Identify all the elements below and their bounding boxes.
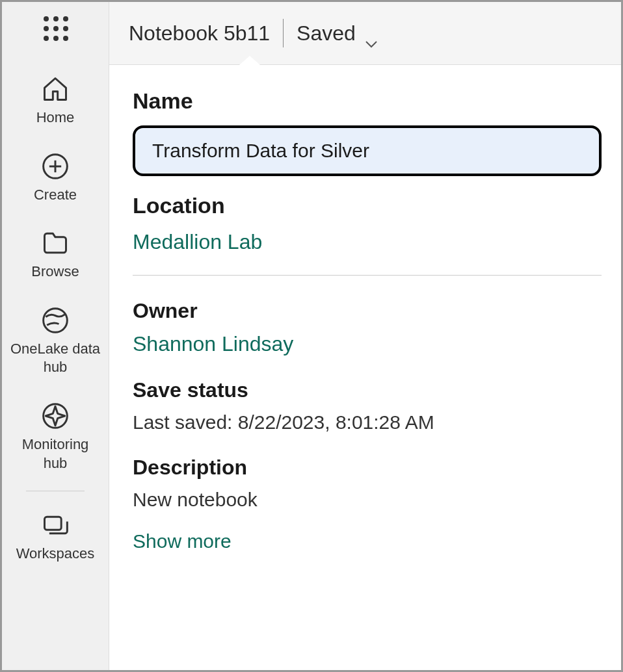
- sidebar-item-label: Create: [34, 186, 77, 205]
- header: Notebook 5b11 Saved: [109, 2, 621, 64]
- svg-marker-5: [46, 406, 64, 425]
- svg-point-3: [44, 308, 68, 332]
- name-input[interactable]: [133, 125, 602, 176]
- details-panel: Name Location Medallion Lab Owner Shanno…: [109, 64, 621, 670]
- monitoring-icon: [40, 400, 71, 432]
- location-link[interactable]: Medallion Lab: [133, 230, 602, 254]
- sidebar-item-label: Workspaces: [16, 545, 95, 563]
- sidebar: Home Create Browse: [2, 2, 109, 670]
- sidebar-item-browse[interactable]: Browse: [2, 227, 109, 281]
- sidebar-item-label: OneLake data hub: [8, 340, 102, 377]
- header-divider: [283, 19, 284, 47]
- main-area: Notebook 5b11 Saved Name Location Medall…: [109, 2, 621, 670]
- home-icon: [40, 73, 71, 105]
- owner-link[interactable]: Shannon Lindsay: [133, 332, 602, 356]
- save-status-field-label: Save status: [133, 378, 602, 402]
- location-field-label: Location: [133, 193, 602, 218]
- sidebar-item-home[interactable]: Home: [2, 73, 109, 127]
- sidebar-item-workspaces[interactable]: Workspaces: [2, 510, 109, 563]
- sidebar-divider: [26, 491, 85, 491]
- saved-status-label: Saved: [297, 21, 356, 45]
- create-icon: [40, 151, 71, 182]
- chevron-down-icon: [365, 29, 378, 37]
- show-more-link[interactable]: Show more: [133, 530, 602, 552]
- sidebar-item-create[interactable]: Create: [2, 151, 109, 205]
- sidebar-item-label: Home: [36, 109, 75, 127]
- name-field-label: Name: [133, 88, 602, 114]
- sidebar-item-monitoring[interactable]: Monitoring hub: [2, 400, 109, 472]
- notebook-title[interactable]: Notebook 5b11: [129, 21, 270, 45]
- description-value: New notebook: [133, 489, 602, 511]
- svg-rect-6: [45, 517, 62, 530]
- app-launcher-icon[interactable]: [41, 14, 70, 42]
- onelake-icon: [40, 305, 71, 336]
- folder-icon: [40, 227, 71, 259]
- sidebar-item-label: Monitoring hub: [8, 435, 102, 472]
- sidebar-item-onelake[interactable]: OneLake data hub: [2, 305, 109, 377]
- owner-field-label: Owner: [133, 299, 602, 323]
- save-status-value: Last saved: 8/22/2023, 8:01:28 AM: [133, 411, 602, 433]
- description-field-label: Description: [133, 456, 602, 480]
- section-divider: [133, 275, 602, 276]
- saved-status-dropdown[interactable]: Saved: [297, 21, 378, 45]
- workspaces-icon: [40, 510, 71, 541]
- sidebar-item-label: Browse: [31, 263, 79, 281]
- panel-arrow: [239, 56, 260, 65]
